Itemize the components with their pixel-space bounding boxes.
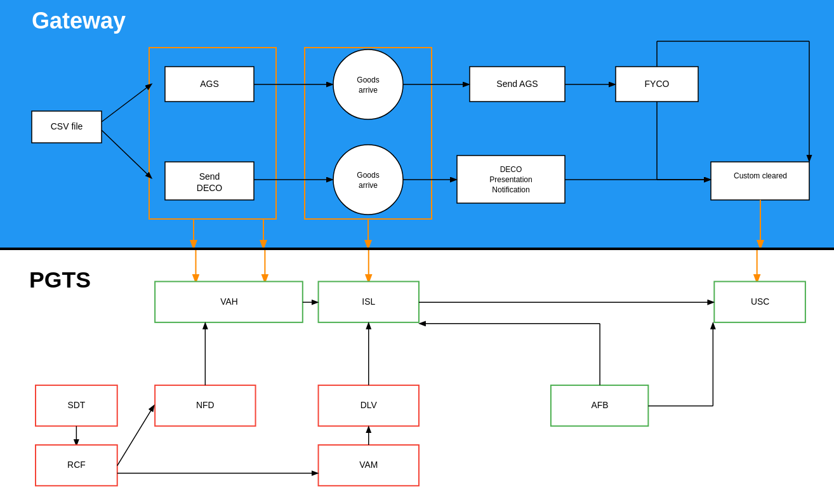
send-deco-label2: DECO	[197, 183, 223, 193]
csv-label: CSV file	[51, 121, 83, 131]
send-ags-label: Send AGS	[496, 79, 538, 89]
afb-label: AFB	[592, 400, 609, 410]
pgts-section: PGTS VAH ISL USC NFD	[0, 248, 834, 504]
vah-label: VAH	[220, 296, 237, 307]
nfd-label: NFD	[196, 400, 214, 410]
deco-label2: Presentation	[489, 175, 532, 184]
fyco-label: FYCO	[645, 79, 670, 89]
goods-arrive-top-label2: arrive	[359, 86, 378, 95]
custom-cleared-box	[711, 162, 809, 200]
main-container: Gateway CSV file AGS Send DECO Goods arr…	[0, 0, 834, 504]
isl-label: ISL	[362, 296, 375, 307]
arrow-rcf-nfd	[117, 406, 154, 466]
custom-cleared-label1: Custom cleared	[734, 171, 787, 180]
ags-label: AGS	[200, 79, 219, 89]
sdt-label: SDT	[67, 400, 85, 410]
goods-arrive-bot-label1: Goods	[357, 171, 379, 180]
send-deco-label1: Send	[199, 171, 220, 182]
deco-label1: DECO	[500, 165, 522, 174]
vam-label: VAM	[359, 460, 378, 470]
gateway-title: Gateway	[32, 8, 126, 34]
goods-arrive-top-label1: Goods	[357, 76, 379, 84]
gateway-section: Gateway CSV file AGS Send DECO Goods arr…	[0, 0, 834, 248]
deco-label3: Notification	[492, 185, 529, 194]
pgts-svg: PGTS VAH ISL USC NFD	[0, 250, 834, 504]
arrow-csv-deco	[102, 130, 151, 178]
goods-arrive-bot-label2: arrive	[359, 181, 378, 190]
arrow-csv-ags	[102, 84, 151, 122]
rcf-label: RCF	[67, 460, 85, 470]
dlv-label: DLV	[361, 400, 378, 410]
pgts-title: PGTS	[29, 267, 91, 293]
usc-label: USC	[751, 296, 769, 307]
gateway-svg: Gateway CSV file AGS Send DECO Goods arr…	[0, 0, 834, 248]
